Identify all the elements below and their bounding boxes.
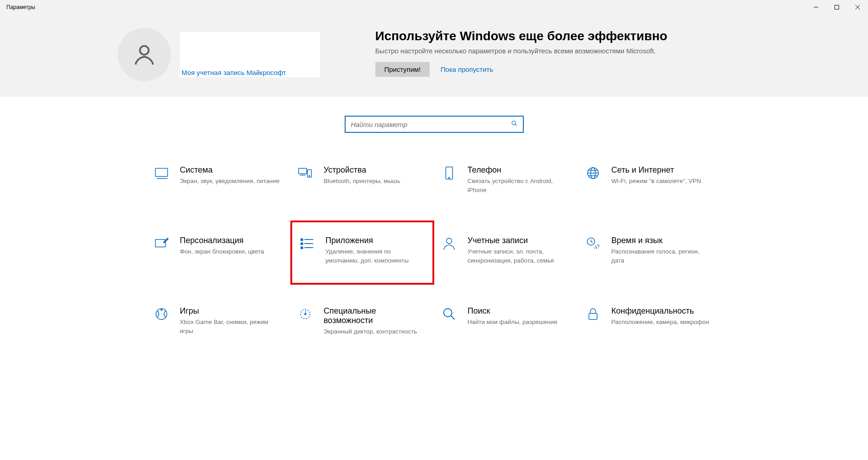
category-search[interactable]: Поиск Найти мои файлы, разрешения	[434, 301, 578, 341]
svg-rect-7	[155, 169, 167, 177]
promo-block: Используйте Windows еще более эффективно…	[375, 28, 751, 77]
category-devices[interactable]: Устройства Bluetooth, принтеры, мышь	[290, 160, 434, 199]
category-desc: Экранный диктор, контрастность	[324, 327, 425, 336]
category-network[interactable]: Сеть и Интернет Wi-Fi, режим "в самолете…	[578, 160, 722, 199]
category-desc: Учетные записи, эл. почта, синхронизация…	[468, 247, 569, 265]
svg-line-37	[451, 316, 454, 319]
category-desc: Wi-Fi, режим "в самолете", VPN	[612, 177, 701, 186]
category-title: Конфиденциальность	[612, 306, 709, 316]
promo-title: Используйте Windows еще более эффективно	[375, 29, 751, 43]
globe-icon	[584, 164, 602, 182]
category-ease[interactable]: Специальные возможности Экранный диктор,…	[290, 301, 434, 341]
window-title: Параметры	[6, 4, 35, 10]
titlebar: Параметры	[0, 0, 868, 14]
gaming-icon	[153, 305, 170, 323]
devices-icon	[297, 164, 314, 182]
svg-point-4	[140, 46, 148, 55]
maximize-button[interactable]	[826, 0, 847, 14]
svg-rect-9	[299, 169, 307, 174]
category-personalization[interactable]: Персонализация Фон, экран блокировки, цв…	[147, 230, 290, 269]
category-gaming[interactable]: Игры Xbox Game Bar, снимки, режим игры	[147, 301, 290, 341]
promo-subtitle: Быстро настройте несколько параметров и …	[375, 47, 751, 55]
svg-point-5	[512, 121, 515, 125]
category-desc: Фон, экран блокировки, цвета	[180, 247, 264, 256]
phone-icon	[441, 164, 458, 182]
category-privacy[interactable]: Конфиденциальность Расположение, камера,…	[578, 301, 722, 341]
svg-text:字: 字	[596, 244, 600, 248]
svg-rect-20	[155, 239, 166, 247]
window-controls	[806, 0, 868, 14]
time-language-icon: A字	[584, 235, 602, 252]
category-time[interactable]: A字 Время и язык Распознавание голоса, ре…	[578, 230, 722, 269]
category-desc: Xbox Game Bar, снимки, режим игры	[180, 318, 281, 335]
account-banner: Моя учетная запись Майкрософт Используйт…	[0, 14, 868, 97]
promo-skip-button[interactable]: Пока пропустить	[441, 66, 493, 73]
close-button[interactable]	[847, 0, 868, 14]
search-input[interactable]	[351, 121, 511, 128]
category-title: Устройства	[324, 165, 400, 175]
svg-line-6	[515, 124, 517, 126]
category-title: Система	[180, 165, 280, 175]
category-title: Персонализация	[180, 236, 264, 245]
minimize-button[interactable]	[806, 0, 826, 14]
category-desc: Расположение, камера, микрофон	[612, 318, 709, 327]
apps-icon	[299, 235, 316, 252]
category-accounts[interactable]: Учетные записи Учетные записи, эл. почта…	[434, 230, 578, 269]
svg-rect-25	[301, 247, 303, 249]
lock-icon	[584, 305, 602, 323]
search-box[interactable]	[345, 116, 524, 133]
account-block: Моя учетная запись Майкрософт	[118, 28, 353, 81]
category-title: Поиск	[468, 306, 557, 316]
category-desc: Bluetooth, принтеры, мышь	[324, 177, 400, 186]
category-system[interactable]: Система Экран, звук, уведомления, питани…	[147, 160, 290, 199]
svg-rect-21	[301, 239, 303, 241]
category-title: Учетные записи	[468, 236, 569, 245]
svg-point-36	[444, 309, 452, 317]
account-name-box: Моя учетная запись Майкрософт	[180, 32, 320, 77]
category-desc: Распознавание голоса, регион, дата	[612, 247, 713, 265]
category-title: Телефон	[468, 165, 569, 175]
category-desc: Экран, звук, уведомления, питание	[180, 177, 280, 186]
category-apps[interactable]: Приложения Удаление, значения по умолчан…	[290, 221, 434, 285]
svg-rect-1	[835, 5, 839, 9]
category-desc: Удаление, значения по умолчанию, доп. ко…	[326, 247, 423, 265]
personalization-icon	[153, 235, 170, 252]
search-icon	[511, 120, 517, 128]
category-desc: Найти мои файлы, разрешения	[468, 318, 557, 327]
search-wrap	[0, 97, 868, 156]
svg-point-33	[156, 309, 167, 319]
promo-start-button[interactable]: Приступим!	[375, 62, 430, 77]
accessibility-icon	[297, 305, 314, 323]
category-title: Время и язык	[612, 236, 713, 245]
magnify-icon	[441, 305, 458, 323]
category-title: Специальные возможности	[324, 306, 425, 325]
microsoft-account-link[interactable]: Моя учетная запись Майкрософт	[180, 69, 320, 76]
svg-point-27	[446, 238, 452, 244]
svg-rect-23	[301, 243, 303, 245]
svg-point-35	[304, 314, 306, 315]
category-title: Сеть и Интернет	[612, 165, 701, 175]
categories-grid: Система Экран, звук, уведомления, питани…	[0, 156, 868, 341]
avatar	[118, 28, 171, 81]
category-desc: Связать устройство с Android, iPhone	[468, 177, 569, 194]
svg-point-14	[448, 177, 449, 178]
system-icon	[153, 164, 170, 182]
category-title: Приложения	[326, 236, 423, 245]
svg-point-11	[309, 175, 310, 176]
svg-line-30	[591, 242, 593, 243]
svg-rect-38	[589, 314, 597, 320]
accounts-icon	[441, 235, 458, 252]
category-title: Игры	[180, 306, 281, 316]
category-phone[interactable]: Телефон Связать устройство с Android, iP…	[434, 160, 578, 199]
